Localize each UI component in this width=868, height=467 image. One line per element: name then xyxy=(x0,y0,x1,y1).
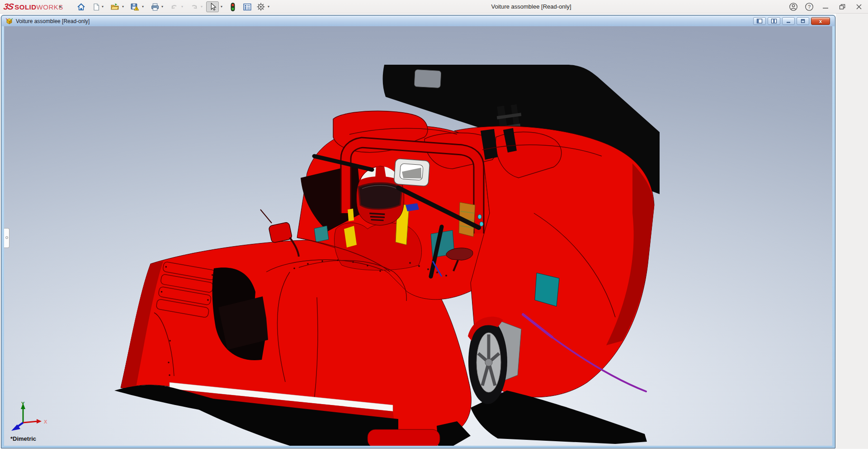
design-table-icon xyxy=(243,3,252,11)
doc-restore-icon xyxy=(799,18,807,24)
new-document-dropdown[interactable]: ▾ xyxy=(102,5,104,9)
helmet-stripe xyxy=(375,166,386,178)
app-close-button[interactable] xyxy=(854,1,864,12)
tab-grip-dot xyxy=(5,236,8,239)
solidworks-logo-mark: 3S xyxy=(3,2,14,12)
document-title: Voiture assomblee [Read-only] xyxy=(16,18,90,24)
close-icon xyxy=(855,3,863,11)
orientation-triad: Y X xyxy=(9,400,51,433)
print-dropdown[interactable]: ▾ xyxy=(161,5,163,9)
app-window-title: Voiture assomblee [Read-only] xyxy=(452,0,610,14)
gear-icon xyxy=(256,2,265,11)
triad-y-label: Y xyxy=(21,401,25,406)
solidworks-logo-solid: SOLID xyxy=(14,3,36,11)
doc-pane-left-button[interactable] xyxy=(753,17,766,25)
select-tool-dropdown[interactable]: ▾ xyxy=(221,5,222,9)
account-icon xyxy=(789,2,798,11)
helmet-visor xyxy=(359,183,402,209)
open-folder-icon xyxy=(110,3,119,11)
redo-button[interactable] xyxy=(189,1,199,12)
left-teal-detail xyxy=(314,226,329,242)
save-dropdown[interactable]: ▾ xyxy=(142,5,144,9)
print-icon xyxy=(151,3,160,11)
hoop-mirror-box xyxy=(394,158,430,186)
traffic-light-icon xyxy=(229,2,236,12)
assembly-icon xyxy=(5,18,13,25)
doc-close-glyph: x xyxy=(819,19,822,24)
view-orientation-label: *Dimetric xyxy=(10,435,36,442)
graphics-viewport[interactable]: Y X *Dimetric xyxy=(4,26,832,446)
featuremanager-collapsed-tab[interactable] xyxy=(4,228,9,248)
app-minimize-button[interactable] xyxy=(820,1,831,12)
doc-minimize-icon xyxy=(785,18,792,24)
help-glyph: ? xyxy=(808,4,811,10)
shadow-right-of-lip xyxy=(437,421,471,446)
nose-bottom-lip xyxy=(368,429,440,446)
doc-close-button[interactable]: x xyxy=(811,17,830,25)
pane-split-icon xyxy=(770,18,778,24)
options-button[interactable] xyxy=(255,1,266,12)
cockpit-cyan-light-2 xyxy=(480,222,483,226)
rebuild-button[interactable] xyxy=(227,1,238,12)
options-dropdown[interactable]: ▾ xyxy=(268,5,269,9)
new-document-icon xyxy=(92,3,100,11)
doc-restore-button[interactable] xyxy=(797,17,809,25)
breadcrumb-expand-icon[interactable]: ▸ xyxy=(59,3,62,10)
left-mirror xyxy=(269,222,292,243)
account-button[interactable] xyxy=(788,1,799,12)
warning-exclaim: ! xyxy=(136,7,137,11)
solidworks-logo: 3S SOLID WORKS xyxy=(4,2,63,12)
app-restore-button[interactable] xyxy=(837,1,848,12)
help-button[interactable]: ? xyxy=(804,1,815,12)
save-button[interactable]: ! xyxy=(129,1,140,12)
open-button[interactable] xyxy=(109,1,120,12)
desktop-background xyxy=(836,14,868,449)
print-button[interactable] xyxy=(150,1,160,12)
help-icon: ? xyxy=(805,2,814,11)
harness-strap-shoulder xyxy=(348,209,354,221)
cockpit-cyan-light-1 xyxy=(478,214,481,219)
triad-x-label: X xyxy=(44,419,47,424)
doc-pane-split-button[interactable] xyxy=(768,17,780,25)
home-button[interactable] xyxy=(75,1,86,12)
select-tool-button[interactable] xyxy=(206,1,219,12)
left-mirror-antenna xyxy=(260,210,272,223)
undo-dropdown: ▾ xyxy=(181,5,183,9)
new-document-button[interactable] xyxy=(91,1,102,12)
wing-slot xyxy=(414,70,441,88)
document-window: Voiture assomblee [Read-only] xyxy=(1,15,835,448)
undo-icon xyxy=(170,3,179,11)
model-race-car xyxy=(4,26,832,446)
redo-icon xyxy=(189,3,198,11)
helmet-chin-vents xyxy=(369,213,385,221)
undo-button[interactable] xyxy=(169,1,180,12)
app-title-bar: 3S SOLID WORKS ▸ ▾ ▾ ! xyxy=(0,0,868,14)
desktop-background-bottom xyxy=(0,449,868,467)
restore-icon xyxy=(838,3,846,11)
doc-minimize-button[interactable] xyxy=(782,17,795,25)
home-icon xyxy=(77,3,85,11)
pane-left-icon xyxy=(756,18,763,24)
open-dropdown[interactable]: ▾ xyxy=(122,5,124,9)
select-cursor-icon xyxy=(208,2,217,11)
redo-dropdown: ▾ xyxy=(201,5,203,9)
save-icon: ! xyxy=(130,2,139,11)
design-table-button[interactable] xyxy=(242,1,253,12)
document-title-bar[interactable]: Voiture assomblee [Read-only] xyxy=(2,16,835,26)
minimize-icon xyxy=(821,3,830,11)
